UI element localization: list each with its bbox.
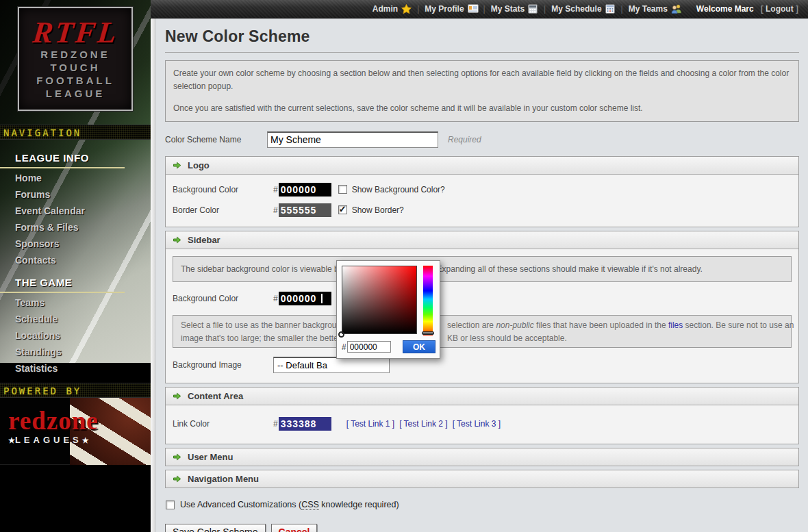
sidebar-item-sponsors[interactable]: Sponsors [15,236,125,252]
league-logo: RTFL REDZONE TOUCH FOOTBALL LEAGUE [18,7,133,111]
show-border-label: Show Border? [352,205,404,215]
sidebar-item-forums[interactable]: Forums [15,186,125,203]
logout-link[interactable]: Logout [766,4,794,14]
page-title: New Color Scheme [165,27,799,46]
sidebar-bg-color-field[interactable]: 000000 [279,292,331,305]
section-content-area-title: Content Area [188,391,243,401]
test-link-1[interactable]: [ Test Link 1 ] [346,419,394,429]
main-content: New Color Scheme Create your own color s… [156,18,808,532]
color-picker-popup: # OK [336,260,440,359]
star-icon: ★ [82,436,89,444]
section-sidebar: Sidebar The sidebar background color is … [165,231,799,384]
group-icon [671,4,681,14]
green-arrow-icon [173,236,181,244]
section-content-area-header[interactable]: Content Area [166,388,798,405]
topbar-admin-link[interactable]: Admin [373,4,412,14]
logo-border-color-label: Border Color [173,205,273,215]
sidebar-item-locations[interactable]: Locations [15,327,125,344]
save-color-scheme-button[interactable]: Save Color Scheme [165,524,266,532]
section-logo-header[interactable]: Logo [166,157,798,174]
section-user-menu-title: User Menu [188,452,233,462]
advanced-customizations-checkbox[interactable] [166,501,175,509]
show-border-checkbox[interactable] [338,205,347,214]
section-navigation-menu-title: Navigation Menu [188,474,259,484]
picker-ok-button[interactable]: OK [403,340,435,353]
calculator-icon [528,4,538,14]
logo-bg-color-label: Background Color [173,185,273,194]
sidebar-item-event-calendar[interactable]: Event Calendar [15,203,125,219]
section-sidebar-header[interactable]: Sidebar [166,231,798,249]
sidebar-item-statistics[interactable]: Statistics [15,360,125,377]
league-logo-line: TOUCH [50,61,100,74]
topbar-my-stats-link[interactable]: My Stats [491,4,538,14]
powered-by-led-strip: POWERED BY [0,383,151,398]
sidebar-item-forms-files[interactable]: Forms & Files [15,219,125,236]
nav-section-league-info: LEAGUE INFO [0,151,125,168]
intro-box: Create your own color scheme by choosing… [165,60,799,122]
section-content-area: Content Area Link Color # 333388 [ Test … [165,387,799,444]
cancel-button[interactable]: Cancel [271,524,318,532]
section-navigation-menu: Navigation Menu [165,470,799,488]
green-arrow-icon [173,161,181,170]
hue-bar[interactable] [423,266,433,335]
logo-bg-color-field[interactable]: 000000 [279,183,331,197]
star-icon [401,4,412,14]
advanced-customizations-label: Use Advanced Customizations (CSS knowled… [180,500,399,509]
intro-paragraph-1: Create your own color scheme by choosing… [173,67,791,92]
bg-image-note: Select a file to use as the banner backg… [173,315,792,348]
sidebar-item-home[interactable]: Home [15,170,125,186]
files-link[interactable]: files [668,320,683,330]
section-logo: Logo Background Color # 000000 Show Back… [165,156,799,227]
test-links: [ Test Link 1 ] [ Test Link 2 ] [ Test L… [346,419,501,429]
test-link-2[interactable]: [ Test Link 2 ] [399,419,447,429]
topbar-my-profile-link[interactable]: My Profile [425,4,477,14]
css-abbr: CSS [301,500,319,510]
sidebar-item-contacts[interactable]: Contacts [15,252,125,268]
saturation-value-area[interactable] [342,266,417,334]
sidebar-item-standings[interactable]: Standings [15,344,125,360]
text-caret [321,294,323,303]
green-arrow-icon [173,453,181,461]
sidebar-item-schedule[interactable]: Schedule [15,311,125,327]
bg-image-select[interactable]: -- Default Ba [273,357,390,373]
picker-hex-input[interactable] [347,341,391,353]
topbar-my-teams-link[interactable]: My Teams [629,4,681,14]
brand-sub: ★LEAGUES★ [8,435,99,445]
sidebar: RTFL REDZONE TOUCH FOOTBALL LEAGUE NAVIG… [0,0,151,532]
league-logo-line: LEAGUE [46,87,105,100]
section-sidebar-title: Sidebar [188,235,220,245]
logo-border-color-field[interactable]: 555555 [279,203,331,217]
test-link-3[interactable]: [ Test Link 3 ] [453,419,501,429]
show-bg-color-checkbox[interactable] [338,185,347,194]
league-logo-line: REDZONE [40,48,110,61]
section-user-menu-header[interactable]: User Menu [166,448,798,466]
sidebar-bg-color-label: Background Color [173,294,273,303]
topbar: Admin | My Profile | My Stats | My Sched… [151,0,808,18]
topbar-my-schedule-link[interactable]: My Schedule [551,4,615,14]
sidebar-item-teams[interactable]: Teams [15,294,125,311]
nav-section-the-game: THE GAME [0,275,125,293]
bg-image-label: Background Image [173,360,273,370]
link-color-field[interactable]: 333388 [279,417,331,431]
redzone-leagues-logo: redzone ★LEAGUES★ [0,398,151,465]
sidebar-content-divider [151,18,155,532]
section-logo-title: Logo [188,160,210,170]
required-hint: Required [448,135,481,144]
scheme-name-input[interactable] [267,131,438,148]
section-navigation-menu-header[interactable]: Navigation Menu [166,470,798,487]
navigation-led-strip: NAVIGATION [0,125,151,140]
sidebar-bg-note: The sidebar background color is viewable… [173,256,792,283]
welcome-user: Welcome Marc [696,4,754,14]
green-arrow-icon [173,392,181,401]
brand-name: redzone [8,409,99,433]
sv-marker-icon[interactable] [338,331,344,338]
calendar-icon [605,4,616,14]
title-divider [165,52,799,53]
vcard-icon [468,4,478,14]
show-bg-color-label: Show Background Color? [352,185,445,194]
green-arrow-icon [173,474,181,483]
hue-slider-handle[interactable] [422,331,434,335]
intro-paragraph-2: Once you are satisfied with the current … [173,102,791,115]
star-icon: ★ [8,436,15,444]
link-color-label: Link Color [173,419,273,429]
